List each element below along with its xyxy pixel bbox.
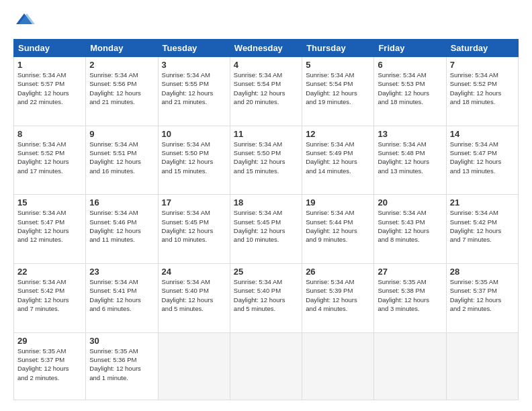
day-info: Sunrise: 5:34 AM Sunset: 5:39 PM Dayligh… — [306, 277, 370, 313]
weekday-saturday: Saturday — [446, 40, 518, 57]
day-info: Sunrise: 5:34 AM Sunset: 5:51 PM Dayligh… — [89, 140, 154, 175]
day-cell: 9Sunrise: 5:34 AM Sunset: 5:51 PM Daylig… — [86, 126, 158, 195]
day-cell: 30Sunrise: 5:35 AM Sunset: 5:36 PM Dayli… — [86, 332, 158, 400]
day-cell: 24Sunrise: 5:34 AM Sunset: 5:40 PM Dayli… — [158, 263, 230, 332]
day-cell: 26Sunrise: 5:34 AM Sunset: 5:39 PM Dayli… — [302, 263, 374, 332]
day-info: Sunrise: 5:34 AM Sunset: 5:55 PM Dayligh… — [162, 71, 226, 106]
day-info: Sunrise: 5:34 AM Sunset: 5:47 PM Dayligh… — [450, 140, 515, 175]
day-cell: 11Sunrise: 5:34 AM Sunset: 5:50 PM Dayli… — [230, 126, 302, 195]
day-number: 7 — [450, 60, 515, 70]
day-number: 28 — [450, 267, 515, 277]
day-number: 13 — [378, 129, 442, 139]
day-info: Sunrise: 5:34 AM Sunset: 5:45 PM Dayligh… — [234, 208, 298, 244]
day-number: 15 — [17, 197, 82, 208]
day-info: Sunrise: 5:34 AM Sunset: 5:50 PM Dayligh… — [162, 140, 226, 175]
day-number: 8 — [17, 129, 82, 139]
day-info: Sunrise: 5:34 AM Sunset: 5:42 PM Dayligh… — [17, 277, 82, 313]
day-cell: 16Sunrise: 5:34 AM Sunset: 5:46 PM Dayli… — [86, 195, 158, 264]
day-number: 10 — [162, 129, 226, 139]
day-number: 22 — [17, 267, 82, 277]
day-number: 12 — [306, 129, 370, 139]
week-row-4: 22Sunrise: 5:34 AM Sunset: 5:42 PM Dayli… — [14, 263, 519, 332]
day-number: 26 — [306, 267, 370, 277]
day-number: 4 — [234, 60, 298, 70]
day-info: Sunrise: 5:34 AM Sunset: 5:40 PM Dayligh… — [162, 277, 226, 313]
page: SundayMondayTuesdayWednesdayThursdayFrid… — [0, 0, 532, 411]
day-cell: 27Sunrise: 5:35 AM Sunset: 5:38 PM Dayli… — [374, 263, 446, 332]
weekday-friday: Friday — [374, 40, 446, 57]
weekday-monday: Monday — [86, 40, 158, 57]
logo — [13, 11, 38, 32]
day-number: 9 — [89, 129, 154, 139]
day-cell: 29Sunrise: 5:35 AM Sunset: 5:37 PM Dayli… — [14, 332, 86, 400]
week-row-5: 29Sunrise: 5:35 AM Sunset: 5:37 PM Dayli… — [14, 332, 519, 400]
day-cell: 28Sunrise: 5:35 AM Sunset: 5:37 PM Dayli… — [446, 263, 518, 332]
day-number: 16 — [89, 197, 154, 208]
day-number: 21 — [450, 197, 515, 208]
day-cell: 18Sunrise: 5:34 AM Sunset: 5:45 PM Dayli… — [230, 195, 302, 264]
day-cell: 15Sunrise: 5:34 AM Sunset: 5:47 PM Dayli… — [14, 195, 86, 264]
day-number: 27 — [378, 267, 442, 277]
day-cell: 25Sunrise: 5:34 AM Sunset: 5:40 PM Dayli… — [230, 263, 302, 332]
day-info: Sunrise: 5:34 AM Sunset: 5:54 PM Dayligh… — [306, 71, 370, 106]
day-cell: 22Sunrise: 5:34 AM Sunset: 5:42 PM Dayli… — [14, 263, 86, 332]
day-info: Sunrise: 5:35 AM Sunset: 5:37 PM Dayligh… — [17, 347, 82, 382]
day-cell: 14Sunrise: 5:34 AM Sunset: 5:47 PM Dayli… — [446, 126, 518, 195]
day-cell: 8Sunrise: 5:34 AM Sunset: 5:52 PM Daylig… — [14, 126, 86, 195]
day-cell: 12Sunrise: 5:34 AM Sunset: 5:49 PM Dayli… — [302, 126, 374, 195]
day-number: 2 — [89, 60, 154, 70]
day-info: Sunrise: 5:34 AM Sunset: 5:42 PM Dayligh… — [450, 208, 515, 244]
day-number: 30 — [89, 336, 154, 346]
header — [13, 11, 519, 32]
day-cell — [446, 332, 518, 400]
day-number: 25 — [234, 267, 298, 277]
weekday-tuesday: Tuesday — [158, 40, 230, 57]
day-cell: 7Sunrise: 5:34 AM Sunset: 5:52 PM Daylig… — [446, 57, 518, 126]
calendar-table: SundayMondayTuesdayWednesdayThursdayFrid… — [13, 39, 519, 400]
week-row-2: 8Sunrise: 5:34 AM Sunset: 5:52 PM Daylig… — [14, 126, 519, 195]
day-info: Sunrise: 5:34 AM Sunset: 5:52 PM Dayligh… — [450, 71, 515, 106]
weekday-sunday: Sunday — [14, 40, 86, 57]
day-info: Sunrise: 5:34 AM Sunset: 5:56 PM Dayligh… — [89, 71, 154, 106]
day-number: 1 — [17, 60, 82, 70]
day-info: Sunrise: 5:34 AM Sunset: 5:49 PM Dayligh… — [306, 140, 370, 175]
day-cell — [230, 332, 302, 400]
day-cell: 10Sunrise: 5:34 AM Sunset: 5:50 PM Dayli… — [158, 126, 230, 195]
day-info: Sunrise: 5:34 AM Sunset: 5:46 PM Dayligh… — [89, 208, 154, 244]
day-number: 3 — [162, 60, 226, 70]
week-row-3: 15Sunrise: 5:34 AM Sunset: 5:47 PM Dayli… — [14, 195, 519, 264]
day-cell: 17Sunrise: 5:34 AM Sunset: 5:45 PM Dayli… — [158, 195, 230, 264]
day-info: Sunrise: 5:34 AM Sunset: 5:48 PM Dayligh… — [378, 140, 442, 175]
day-cell: 2Sunrise: 5:34 AM Sunset: 5:56 PM Daylig… — [86, 57, 158, 126]
day-number: 23 — [89, 267, 154, 277]
day-cell: 1Sunrise: 5:34 AM Sunset: 5:57 PM Daylig… — [14, 57, 86, 126]
week-row-1: 1Sunrise: 5:34 AM Sunset: 5:57 PM Daylig… — [14, 57, 519, 126]
day-info: Sunrise: 5:35 AM Sunset: 5:38 PM Dayligh… — [378, 277, 442, 313]
day-number: 6 — [378, 60, 442, 70]
day-number: 20 — [378, 197, 442, 208]
logo-icon — [13, 11, 35, 32]
day-info: Sunrise: 5:34 AM Sunset: 5:52 PM Dayligh… — [17, 140, 82, 175]
day-number: 19 — [306, 197, 370, 208]
day-info: Sunrise: 5:34 AM Sunset: 5:50 PM Dayligh… — [234, 140, 298, 175]
day-number: 5 — [306, 60, 370, 70]
day-number: 11 — [234, 129, 298, 139]
day-cell — [158, 332, 230, 400]
day-cell: 3Sunrise: 5:34 AM Sunset: 5:55 PM Daylig… — [158, 57, 230, 126]
day-cell: 21Sunrise: 5:34 AM Sunset: 5:42 PM Dayli… — [446, 195, 518, 264]
day-info: Sunrise: 5:34 AM Sunset: 5:44 PM Dayligh… — [306, 208, 370, 244]
day-info: Sunrise: 5:34 AM Sunset: 5:43 PM Dayligh… — [378, 208, 442, 244]
day-info: Sunrise: 5:34 AM Sunset: 5:41 PM Dayligh… — [89, 277, 154, 313]
day-info: Sunrise: 5:34 AM Sunset: 5:40 PM Dayligh… — [234, 277, 298, 313]
day-cell — [374, 332, 446, 400]
day-cell: 23Sunrise: 5:34 AM Sunset: 5:41 PM Dayli… — [86, 263, 158, 332]
day-info: Sunrise: 5:35 AM Sunset: 5:36 PM Dayligh… — [89, 347, 154, 382]
day-info: Sunrise: 5:34 AM Sunset: 5:54 PM Dayligh… — [234, 71, 298, 106]
day-cell: 19Sunrise: 5:34 AM Sunset: 5:44 PM Dayli… — [302, 195, 374, 264]
day-cell: 5Sunrise: 5:34 AM Sunset: 5:54 PM Daylig… — [302, 57, 374, 126]
day-number: 14 — [450, 129, 515, 139]
day-info: Sunrise: 5:34 AM Sunset: 5:53 PM Dayligh… — [378, 71, 442, 106]
day-info: Sunrise: 5:34 AM Sunset: 5:57 PM Dayligh… — [17, 71, 82, 106]
day-info: Sunrise: 5:34 AM Sunset: 5:45 PM Dayligh… — [162, 208, 226, 244]
day-cell — [302, 332, 374, 400]
